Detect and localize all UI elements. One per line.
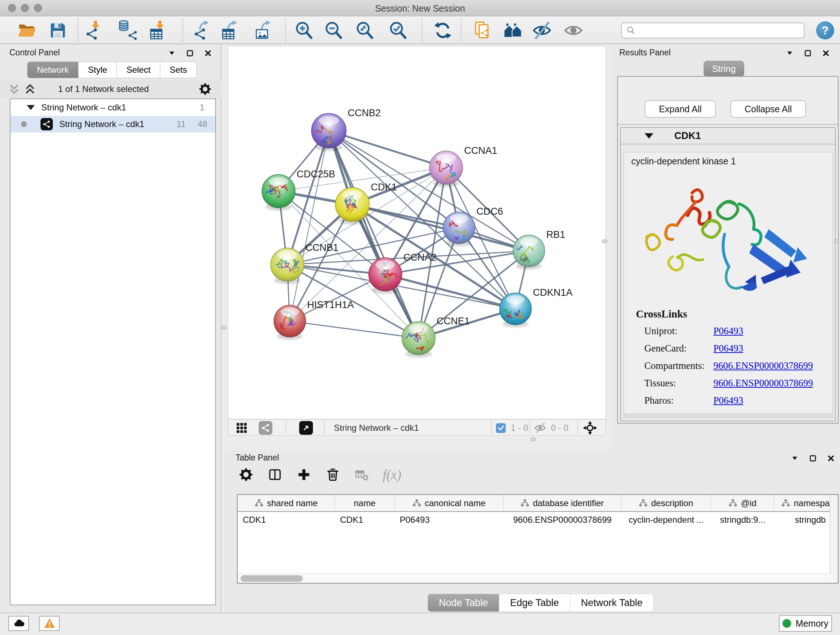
open-session-button[interactable] [16,20,37,41]
network-node-HIST1H1A[interactable] [274,305,306,337]
create-column-icon[interactable] [296,467,312,483]
scrollbar-strip[interactable] [624,413,832,417]
cell-id[interactable]: stringdb:9... [711,512,774,527]
cell-canonical-name[interactable]: P06493 [395,512,504,527]
panel-close-icon[interactable] [826,454,836,463]
crosslink-link-uniprot[interactable]: P06493 [714,325,744,337]
column-header-shared-name[interactable]: shared name [238,495,335,511]
network-options-gear-icon[interactable] [199,83,211,95]
panel-float-icon[interactable] [808,454,818,463]
column-header-description[interactable]: description [621,495,711,511]
network-share-button[interactable] [259,421,272,435]
column-header-id[interactable]: @id [711,495,774,511]
protein-section-header[interactable]: CDK1 [621,128,835,144]
network-row[interactable]: String Network – cdk1 11 48 [11,116,215,133]
tab-network[interactable]: Network [27,62,79,78]
hidden-eye-icon[interactable] [534,421,546,435]
column-header-canonical-name[interactable]: canonical name [395,495,504,511]
tab-edge-table[interactable]: Edge Table [499,594,570,612]
splitter-handle[interactable] [834,239,839,243]
crosslink-link-compartments[interactable]: 9606.ENSP00000378699 [714,360,813,371]
network-node-CDKN1A[interactable] [497,293,532,325]
panel-float-icon[interactable] [185,49,195,58]
table-row[interactable]: CDK1CDK1P064939606.ENSP00000378699cyclin… [238,512,838,527]
cell-shared-name[interactable]: CDK1 [238,512,335,527]
vertical-scrollbar[interactable] [830,495,838,583]
panel-menu-icon[interactable] [785,49,794,58]
export-table-button[interactable] [221,20,242,41]
panel-menu-icon[interactable] [167,49,177,58]
table-options-gear-icon[interactable] [238,467,254,483]
panel-menu-icon[interactable] [790,454,799,463]
network-node-CCNE1[interactable] [402,321,435,355]
cell-description[interactable]: cyclin-dependent ... [621,512,711,527]
cell-name[interactable]: CDK1 [335,512,395,527]
network-node-CDC25B[interactable] [262,174,295,208]
protein-name: CDK1 [674,130,701,141]
delete-column-icon[interactable] [325,467,341,483]
zoom-in-button[interactable] [294,20,314,41]
cloud-tasks-button[interactable] [8,616,29,631]
panel-close-icon[interactable] [821,49,831,58]
cell-database-identifier[interactable]: 9606.ENSP00000378699 [504,512,621,527]
import-network-icon [86,21,105,40]
toolbar-separator [182,19,183,42]
scrollbar-thumb[interactable] [240,575,303,582]
show-columns-icon[interactable] [267,467,283,483]
cell-namespace[interactable]: stringdb [774,512,838,527]
network-edge-HIST1H1A-CCNE1[interactable] [290,321,418,338]
grid-view-button[interactable] [235,421,248,435]
show-all-button[interactable] [563,20,584,41]
export-image-button[interactable] [255,20,276,41]
open-folder-icon [17,21,36,40]
panel-float-icon[interactable] [803,49,813,58]
horizontal-scrollbar[interactable] [238,573,831,583]
help-button[interactable]: ? [816,21,834,40]
network-view-canvas[interactable]: CCNB2CCNA1CDC25BCDK1CDC6RB1CCNB1CCNA2CDK… [228,46,606,419]
selected-checkbox[interactable] [496,421,506,435]
crosslink-link-pharos[interactable]: P06493 [714,395,744,406]
collapse-section-icon[interactable] [645,133,653,139]
hide-selected-button[interactable] [531,20,553,41]
splitter-handle[interactable] [221,326,227,330]
tab-node-table[interactable]: Node Table [428,594,499,612]
memory-button[interactable]: Memory [779,615,832,632]
tab-sets[interactable]: Sets [160,62,197,78]
collapse-all-button[interactable]: Collapse All [730,100,806,118]
zoom-selected-button[interactable] [387,20,409,41]
network-collection-row[interactable]: String Network – cdk1 1 [11,99,215,116]
warnings-button[interactable] [39,616,60,631]
copy-documents-icon [474,21,493,40]
new-network-from-selection-button[interactable] [472,20,493,41]
save-session-button[interactable] [47,20,68,41]
birds-eye-view-button[interactable] [583,421,597,435]
import-network-from-database-button[interactable] [117,20,137,41]
zoom-out-button[interactable] [323,20,344,41]
column-header-database-identifier[interactable]: database identifier [504,495,621,511]
tab-network-table[interactable]: Network Table [570,594,654,612]
network-node-CCNB1[interactable] [271,248,304,281]
splitter-handle[interactable] [602,239,607,243]
import-table-from-file-button[interactable] [149,20,171,41]
tab-style[interactable]: Style [79,62,117,78]
first-neighbors-button[interactable] [502,20,523,41]
expand-all-button[interactable]: Expand All [645,100,716,118]
network-node-CCNA1[interactable] [429,151,463,184]
crosslink-link-genecard[interactable]: P06493 [714,343,744,354]
open-in-browser-button[interactable] [299,421,313,435]
zoom-fit-button[interactable] [354,20,375,41]
splitter-handle[interactable] [531,437,536,441]
tab-select[interactable]: Select [117,62,160,78]
column-header-name[interactable]: name [335,495,395,511]
search-input[interactable] [638,25,804,35]
column-header-namespace[interactable]: namespace [774,495,838,511]
apply-style-button[interactable] [432,20,453,41]
import-network-from-file-button[interactable] [85,20,106,41]
crosslink-link-tissues[interactable]: 9606.ENSP00000378699 [714,378,813,389]
network-edge-CCNB2-CCNA1[interactable] [329,131,446,168]
collection-expand-icon[interactable] [27,105,35,110]
network-node-CDK1[interactable] [335,187,369,222]
export-network-button[interactable] [193,20,214,41]
tab-string[interactable]: String [704,61,744,77]
panel-close-icon[interactable] [203,49,213,58]
